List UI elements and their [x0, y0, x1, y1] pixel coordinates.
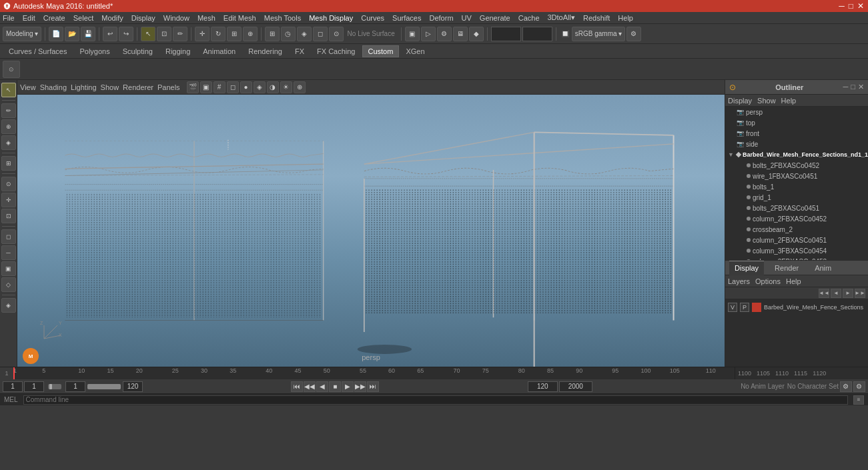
start-frame-field[interactable]: 1	[24, 381, 44, 392]
range-slider[interactable]	[48, 384, 61, 389]
move-btn[interactable]: ✛	[195, 27, 209, 41]
render-region-btn[interactable]: ▣	[405, 27, 420, 41]
vp-xray-btn[interactable]: ⊕	[294, 81, 306, 93]
paint-select-btn[interactable]: ✏	[173, 27, 187, 41]
menu-mesh[interactable]: Mesh	[197, 14, 215, 22]
play-fwd-btn[interactable]: ▶	[342, 381, 354, 392]
menu-surfaces[interactable]: Surfaces	[392, 14, 421, 22]
outliner-item-col3-454[interactable]: column_3FBXASCo0454	[725, 245, 868, 256]
face-mask-btn[interactable]: ▣	[1, 261, 16, 276]
vp-grid-btn[interactable]: #	[213, 81, 226, 93]
stop-btn[interactable]: ■	[329, 381, 341, 392]
menu-edit-mesh[interactable]: Edit Mesh	[224, 14, 256, 22]
shelf-tab-fx[interactable]: FX	[289, 45, 310, 57]
command-input[interactable]	[23, 395, 848, 405]
menu-display[interactable]: Display	[131, 14, 155, 22]
undo-btn[interactable]: ↩	[103, 27, 117, 41]
menu-select[interactable]: Select	[73, 14, 94, 22]
edge-mask-btn[interactable]: ─	[1, 245, 16, 260]
save-file-btn[interactable]: 💾	[81, 27, 95, 41]
pan-cam-btn[interactable]: ✛	[1, 193, 16, 207]
layers-menu-options[interactable]: Options	[755, 277, 781, 285]
vp-wireframe-btn[interactable]: ◻	[227, 81, 239, 93]
layers-menu-layers[interactable]: Layers	[728, 277, 750, 285]
layers-next-btn[interactable]: ►►	[855, 289, 865, 298]
uv-mask-btn[interactable]: ◇	[1, 277, 16, 292]
vp-menu-panels[interactable]: Panels	[157, 83, 180, 91]
vertex-mask-btn[interactable]: ◻	[1, 229, 16, 244]
menu-window[interactable]: Window	[163, 14, 189, 22]
step-fwd-btn[interactable]: ▶▶	[354, 381, 366, 392]
maya-help-logo[interactable]: M	[23, 348, 39, 364]
end-frame-field[interactable]: 120	[528, 381, 558, 392]
outliner-item-front[interactable]: 📷 front	[725, 128, 868, 139]
menu-curves[interactable]: Curves	[361, 14, 384, 22]
new-file-btn[interactable]: 📄	[49, 27, 63, 41]
redo-btn[interactable]: ↪	[119, 27, 133, 41]
coord-y-field[interactable]: 1.00	[522, 27, 552, 41]
layer-visibility-toggle[interactable]: V	[728, 303, 737, 312]
snap-surface-btn[interactable]: ◻	[313, 27, 328, 41]
vp-menu-show[interactable]: Show	[101, 83, 119, 91]
shelf-tab-polygons[interactable]: Polygons	[73, 45, 115, 57]
vp-texture-btn[interactable]: ◈	[254, 81, 266, 93]
playhead[interactable]	[13, 367, 15, 379]
outliner-menu-help[interactable]: Help	[781, 97, 797, 105]
script-editor-btn[interactable]: ≡	[853, 395, 864, 405]
outliner-float-btn[interactable]: □	[851, 83, 855, 91]
outliner-item-side[interactable]: 📷 side	[725, 139, 868, 149]
paint-tool-btn[interactable]: ✏	[1, 103, 16, 118]
show-manip-btn[interactable]: ⊞	[1, 156, 16, 171]
shelf-tab-rigging[interactable]: Rigging	[159, 45, 196, 57]
orbit-cam-btn[interactable]: ⊙	[1, 177, 16, 191]
open-file-btn[interactable]: 📂	[65, 27, 79, 41]
snap-toggle-btn[interactable]: ◈	[1, 298, 16, 313]
shelf-tab-sculpting[interactable]: Sculpting	[117, 45, 159, 57]
vp-film-gate-btn[interactable]: 🎬	[187, 81, 199, 93]
minimize-button[interactable]: ─	[839, 1, 845, 11]
vp-menu-lighting[interactable]: Lighting	[71, 83, 97, 91]
vp-resolution-btn[interactable]: ▣	[200, 81, 212, 93]
snap-point-btn[interactable]: ◈	[297, 27, 312, 41]
menu-generate[interactable]: Generate	[480, 14, 510, 22]
shelf-tab-rendering[interactable]: Rendering	[242, 45, 288, 57]
vp-ambient-btn[interactable]: ☀	[280, 81, 292, 93]
play-back-btn[interactable]: ◀	[316, 381, 328, 392]
outliner-item-col2-452[interactable]: column_2FBXASCo0452	[725, 213, 868, 224]
range-handle-left[interactable]	[49, 384, 52, 389]
outliner-list[interactable]: 📷 persp 📷 top 📷 front 📷 side ▼	[725, 107, 868, 260]
outliner-item-col2-451[interactable]: column_2FBXASCo0451	[725, 235, 868, 245]
menu-cache[interactable]: Cache	[518, 14, 540, 22]
layers-menu-help[interactable]: Help	[786, 277, 801, 285]
select-tool-btn[interactable]: ↖	[141, 27, 155, 41]
max-frame-field[interactable]: 2000	[559, 381, 592, 392]
coord-x-field[interactable]: 0.00	[491, 27, 521, 41]
layers-tab-render[interactable]: Render	[769, 261, 804, 275]
snap-live-btn[interactable]: ⊙	[329, 27, 344, 41]
menu-mesh-tools[interactable]: Mesh Tools	[264, 14, 301, 22]
layers-prev-btn[interactable]: ◄◄	[819, 289, 829, 298]
outliner-menu-show[interactable]: Show	[757, 97, 776, 105]
viewport-canvas[interactable]: persp M Y X Z	[17, 95, 725, 367]
menu-uv[interactable]: UV	[462, 14, 472, 22]
outliner-menu-display[interactable]: Display	[728, 97, 752, 105]
menu-modify[interactable]: Modify	[101, 14, 123, 22]
rotate-btn[interactable]: ↻	[211, 27, 226, 41]
snap-grid-btn[interactable]: ⊞	[265, 27, 280, 41]
outliner-item-crossbeam2[interactable]: crossbeam_2	[725, 224, 868, 235]
snap-curve-btn[interactable]: ◷	[281, 27, 296, 41]
menu-file[interactable]: File	[3, 14, 15, 22]
shelf-tab-curves[interactable]: Curves / Surfaces	[3, 45, 73, 57]
universal-manip-btn[interactable]: ⊕	[243, 27, 258, 41]
ipr-render-btn[interactable]: ▷	[421, 27, 436, 41]
outliner-minimize-btn[interactable]: ─	[843, 83, 849, 91]
menu-help[interactable]: Help	[618, 14, 633, 22]
sculpt-tool-btn[interactable]: ⊕	[1, 119, 16, 134]
layers-tab-anim[interactable]: Anim	[809, 261, 837, 275]
lasso-select-btn[interactable]: ⊡	[157, 27, 171, 41]
hypershade-btn[interactable]: ◆	[469, 27, 484, 41]
render-view-btn[interactable]: 🖥	[453, 27, 468, 41]
shelf-tab-custom[interactable]: Custom	[362, 45, 400, 57]
layer-playback-toggle[interactable]: P	[740, 303, 749, 312]
layers-prev-single-btn[interactable]: ◄	[831, 289, 841, 298]
